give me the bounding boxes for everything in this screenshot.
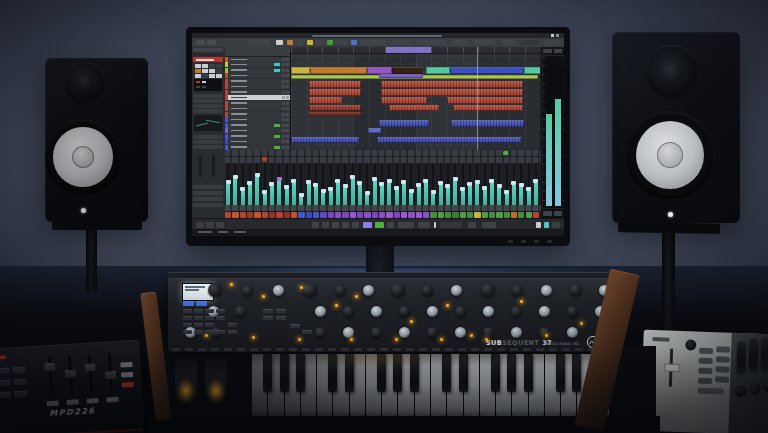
toolbar-button	[360, 40, 386, 45]
synth-knob	[483, 306, 494, 317]
daw-inspector-panel	[192, 47, 226, 229]
meter-label	[554, 211, 562, 216]
channel-meter	[285, 189, 289, 205]
fader-cap	[394, 186, 399, 190]
synth-knob	[343, 327, 354, 338]
inspector-section	[193, 197, 223, 201]
channel-label	[313, 212, 319, 218]
channel-meter	[321, 193, 325, 205]
mixer-channel	[430, 163, 436, 205]
inspector-section	[193, 135, 223, 139]
fader-cap	[299, 193, 304, 197]
mixer-channel	[276, 163, 282, 205]
analog-synthesizer: SUBSEQUENT37 MOOG MUSIC INC.	[150, 270, 660, 433]
playhead-cursor	[477, 47, 478, 150]
fader-cap	[321, 189, 326, 193]
synth-button	[194, 309, 203, 313]
channel-meter	[402, 184, 406, 205]
left-tweeter-dome	[77, 75, 94, 92]
synth-knob	[455, 327, 466, 338]
transport-button	[544, 222, 549, 228]
clip	[309, 105, 361, 111]
toolbar-button	[474, 40, 496, 45]
clip	[309, 97, 342, 104]
right-speaker-stand-pole	[662, 232, 675, 336]
inspector-cell	[216, 74, 222, 78]
arrangement-clips	[291, 47, 541, 150]
clip	[389, 105, 439, 111]
synth-button	[183, 301, 194, 306]
channel-label	[276, 212, 282, 218]
synth-button	[276, 316, 286, 320]
channel-label	[386, 212, 392, 218]
transport-button	[216, 222, 224, 228]
led-indicator	[545, 334, 548, 337]
synth-button	[183, 309, 192, 313]
synth-button	[183, 316, 192, 320]
right-woofer-cone	[636, 121, 705, 190]
fader-cap	[306, 180, 311, 184]
inspector-section	[193, 94, 223, 98]
track-row	[225, 68, 290, 73]
mixer-channel	[335, 163, 341, 205]
pad-button	[67, 399, 79, 405]
inspector-section	[193, 109, 223, 113]
pad-button	[120, 362, 132, 368]
piano-key-black	[459, 354, 468, 392]
fader-cap	[277, 177, 282, 181]
inspector-cell	[209, 64, 215, 68]
monitor-button	[508, 240, 513, 243]
mixer-channel	[408, 163, 414, 205]
pad-button	[0, 379, 11, 386]
right-woofer-cap	[657, 142, 683, 168]
channel-label	[489, 212, 495, 218]
channel-label	[460, 212, 466, 218]
studio-photo: MPD226 SUBSEQUENT37 MOOG MUSIC INC.	[0, 0, 768, 433]
synth-knob	[343, 306, 354, 317]
piano-key-black	[491, 354, 500, 392]
track-cell	[286, 58, 289, 61]
led-indicator	[440, 338, 443, 341]
led-indicator	[300, 286, 303, 289]
fader-cap	[233, 175, 238, 179]
mixer-channel	[298, 163, 304, 205]
channel-label	[518, 212, 524, 218]
master-meter-bar	[546, 114, 552, 206]
synth-knob	[335, 285, 346, 296]
monitor-button	[521, 240, 526, 243]
track-cell	[282, 91, 285, 94]
inspector-fader	[199, 155, 202, 177]
monitor-enable-cell	[503, 151, 508, 155]
transport-button	[363, 222, 372, 228]
synth-knob	[570, 284, 582, 296]
track-row	[225, 73, 290, 78]
track-cell	[282, 85, 285, 88]
fader-cap	[438, 181, 443, 185]
mixer-channel	[306, 163, 312, 205]
pad-controller-led-strip	[0, 356, 6, 360]
channel-meter	[431, 194, 435, 205]
fader-cap	[475, 180, 480, 184]
led-indicator	[298, 338, 301, 341]
channel-meter	[292, 183, 296, 205]
led-indicator	[335, 304, 338, 307]
left-studio-monitor	[45, 58, 148, 222]
mixer-channel	[254, 163, 260, 205]
track-color-strip	[225, 90, 228, 95]
pad-button	[0, 367, 10, 374]
track-cell	[282, 140, 285, 143]
track-name-dash	[231, 146, 247, 148]
mixer-channel	[225, 163, 231, 205]
toolbar-button	[544, 40, 560, 45]
fader-cap	[431, 190, 436, 194]
clip	[451, 120, 524, 127]
mixer-channel	[474, 163, 480, 205]
controller-slider	[736, 341, 746, 373]
transport-button	[468, 222, 476, 228]
inspector-tabs	[193, 48, 223, 52]
track-color-strip	[225, 117, 228, 122]
track-row	[225, 79, 290, 84]
track-cell	[282, 107, 285, 110]
clip	[453, 105, 523, 111]
track-cell	[282, 146, 285, 149]
